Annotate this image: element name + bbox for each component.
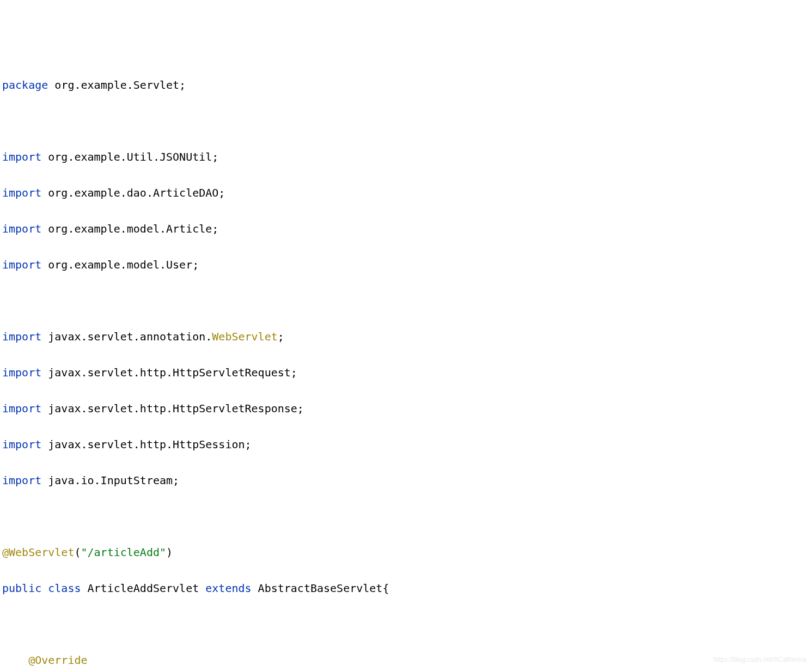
code-text: org.example.model.User; [41, 258, 199, 271]
string-literal: "/articleAdd" [81, 546, 167, 559]
code-line: import javax.servlet.http.HttpServletRes… [0, 400, 812, 418]
keyword: import [2, 186, 41, 199]
code-line: import org.example.dao.ArticleDAO; [0, 184, 812, 202]
keyword: import [2, 150, 41, 163]
code-line: import org.example.model.User; [0, 256, 812, 274]
annotation: @WebServlet [2, 546, 74, 559]
code-text: java.io.InputStream; [41, 474, 179, 487]
code-line: @WebServlet("/articleAdd") [0, 544, 812, 562]
code-line: package org.example.Servlet; [0, 76, 812, 94]
code-line: import org.example.Util.JSONUtil; [0, 148, 812, 166]
code-line: import javax.servlet.http.HttpSession; [0, 436, 812, 454]
code-line: import javax.servlet.http.HttpServletReq… [0, 364, 812, 382]
code-text: AbstractBaseServlet{ [252, 582, 389, 595]
code-text: org.example.dao.ArticleDAO; [41, 186, 225, 199]
code-line: public class ArticleAddServlet extends A… [0, 580, 812, 597]
keyword: import [2, 402, 41, 415]
code-text: org.example.model.Article; [41, 222, 218, 235]
code-text: ; [278, 330, 284, 343]
code-line: import java.io.InputStream; [0, 472, 812, 490]
keyword: import [2, 438, 41, 451]
annotation-ref: WebServlet [212, 330, 277, 343]
keyword: import [2, 258, 41, 271]
code-text: org.example.Util.JSONUtil; [41, 150, 218, 163]
keyword: extends [205, 582, 251, 595]
code-text: javax.servlet.annotation. [41, 330, 212, 343]
keyword: import [2, 366, 41, 379]
code-line-empty [0, 508, 812, 526]
code-text: javax.servlet.http.HttpSession; [41, 438, 251, 451]
keyword: package [2, 78, 48, 91]
code-text: ) [166, 546, 173, 559]
code-line-empty [0, 615, 812, 633]
code-line: import javax.servlet.annotation.WebServl… [0, 328, 812, 346]
class-name: ArticleAddServlet [81, 582, 206, 595]
code-text: javax.servlet.http.HttpServletResponse; [41, 402, 304, 415]
keyword: import [2, 474, 41, 487]
code-line-empty [0, 112, 812, 130]
code-line: @Override [0, 651, 812, 669]
code-text: ( [74, 546, 81, 559]
code-text: org.example.Servlet; [48, 78, 186, 91]
code-line-empty [0, 292, 812, 310]
watermark: https://blog.csdn.net/XCatherina [713, 655, 807, 666]
keyword: public class [2, 582, 81, 595]
keyword: import [2, 330, 41, 343]
code-text: javax.servlet.http.HttpServletRequest; [41, 366, 297, 379]
keyword: import [2, 222, 41, 235]
code-line: import org.example.model.Article; [0, 220, 812, 238]
annotation: @Override [28, 654, 87, 667]
